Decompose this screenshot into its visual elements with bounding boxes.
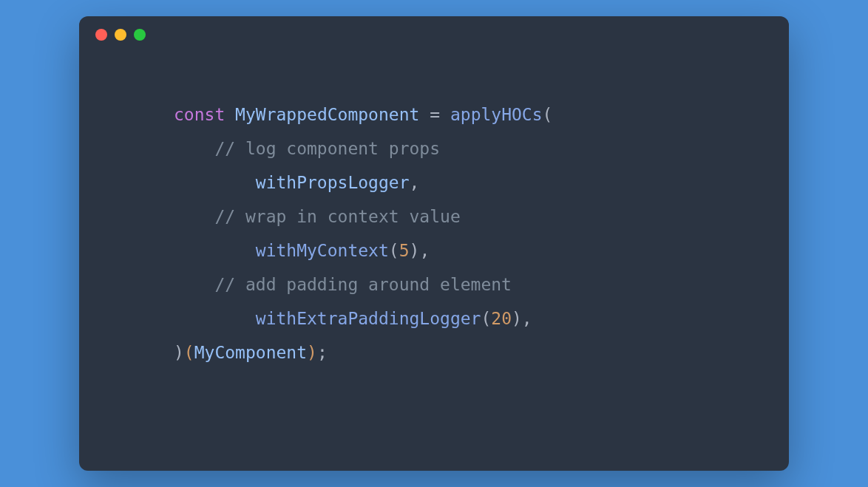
code-line-6: // add padding around element [174, 268, 789, 302]
code-line-2: // log component props [174, 132, 789, 166]
indent [174, 173, 256, 192]
keyword-const: const [174, 105, 225, 124]
code-line-7: withExtraPaddingLogger(20), [174, 302, 789, 336]
indent [174, 139, 214, 158]
space [419, 105, 430, 124]
indent [174, 275, 214, 294]
identifier: withPropsLogger [256, 173, 410, 192]
code-window: const MyWrappedComponent = applyHOCs( //… [79, 16, 789, 471]
close-paren: ) [307, 343, 317, 362]
semicolon: ; [317, 343, 328, 362]
variable-name: MyWrappedComponent [235, 105, 419, 124]
space [440, 105, 450, 124]
comma: , [419, 241, 430, 260]
open-paren: ( [543, 105, 553, 124]
indent [174, 241, 256, 260]
comment: // add padding around element [214, 275, 512, 294]
indent [174, 309, 256, 328]
function-call: withMyContext [256, 241, 389, 260]
identifier: MyComponent [194, 343, 307, 362]
minimize-icon[interactable] [115, 29, 126, 41]
function-call: applyHOCs [450, 105, 543, 124]
code-line-3: withPropsLogger, [174, 166, 789, 200]
close-paren: ) [410, 241, 420, 260]
window-titlebar [79, 16, 789, 53]
comment: // log component props [214, 139, 440, 158]
comment: // wrap in context value [214, 207, 460, 226]
function-call: withExtraPaddingLogger [256, 309, 481, 328]
code-line-5: withMyContext(5), [174, 234, 789, 268]
maximize-icon[interactable] [134, 29, 146, 41]
code-line-1: const MyWrappedComponent = applyHOCs( [174, 98, 789, 132]
comma: , [522, 309, 532, 328]
open-paren: ( [481, 309, 491, 328]
open-paren: ( [389, 241, 399, 260]
indent [174, 207, 214, 226]
number-literal: 5 [399, 241, 410, 260]
close-icon[interactable] [95, 29, 107, 41]
space [225, 105, 235, 124]
equals-operator: = [430, 105, 440, 124]
code-line-8: )(MyComponent); [174, 336, 789, 369]
close-paren: ) [512, 309, 522, 328]
code-line-4: // wrap in context value [174, 200, 789, 234]
close-paren: ) [174, 343, 184, 362]
open-paren: ( [184, 343, 194, 362]
number-literal: 20 [491, 309, 512, 328]
comma: , [410, 173, 420, 192]
code-editor: const MyWrappedComponent = applyHOCs( //… [79, 53, 789, 369]
